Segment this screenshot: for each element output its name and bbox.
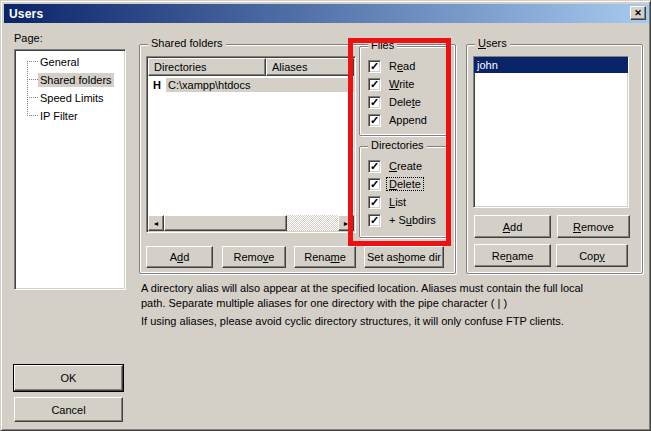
button-label: e <box>340 251 346 263</box>
button-label: R <box>573 221 581 233</box>
directories-permissions-group: Directories ✓ Create ✓ Delete ✓ List ✓ +… <box>359 146 449 238</box>
button-label: m <box>331 251 340 263</box>
tree-stub <box>27 79 38 80</box>
checkbox-checked-icon[interactable]: ✓ <box>368 96 381 109</box>
users-group-label: Users <box>475 37 510 49</box>
user-item-john[interactable]: john <box>474 57 628 73</box>
tree-stub <box>27 115 38 116</box>
tree-item-label: Speed Limits <box>38 91 106 105</box>
scroll-right-icon[interactable]: ► <box>338 215 354 231</box>
checkbox-label: List <box>387 196 408 208</box>
button-label: Rena <box>304 251 330 263</box>
tree-item-speed-limits[interactable]: Speed Limits <box>27 89 106 106</box>
alias-note-line-3: If using aliases, please avoid cyclic di… <box>141 315 564 327</box>
checkbox-label: Delete <box>387 96 423 108</box>
home-marker: H <box>153 79 161 91</box>
checkbox-checked-icon[interactable]: ✓ <box>368 60 381 73</box>
add-user-button[interactable]: Add <box>474 215 551 238</box>
tree-item-label: IP Filter <box>38 109 80 123</box>
column-header-aliases[interactable]: Aliases <box>266 58 354 76</box>
checkbox-row-write[interactable]: ✓ Write <box>368 77 416 91</box>
checkbox-label: Read <box>387 60 417 72</box>
checkbox-row-delete-file[interactable]: ✓ Delete <box>368 95 423 109</box>
checkbox-row-delete-dir[interactable]: ✓ Delete <box>368 177 423 191</box>
button-label: A <box>503 221 510 233</box>
scroll-left-icon[interactable]: ◄ <box>148 215 164 231</box>
tree-item-label: Shared folders <box>38 73 114 87</box>
button-label: e <box>268 251 274 263</box>
button-label: Remo <box>234 251 263 263</box>
files-permissions-group: Files ✓ Read ✓ Write ✓ Delete ✓ Append <box>359 46 449 136</box>
page-label: Page: <box>14 32 43 44</box>
checkbox-checked-icon[interactable]: ✓ <box>368 214 381 227</box>
checkbox-row-create[interactable]: ✓ Create <box>368 159 424 173</box>
tree-stub <box>27 61 38 62</box>
button-label: Re <box>492 250 506 262</box>
users-list: john <box>473 56 629 208</box>
checkbox-row-read[interactable]: ✓ Read <box>368 59 417 73</box>
checkbox-row-list[interactable]: ✓ List <box>368 195 408 209</box>
users-dialog: Users ✕ Page: General Shared folders Spe… <box>0 0 651 431</box>
cancel-button[interactable]: Cancel <box>14 397 123 422</box>
scrollbar-track[interactable] <box>287 215 338 231</box>
close-icon[interactable]: ✕ <box>630 6 646 20</box>
button-label: d <box>183 251 189 263</box>
rename-user-button[interactable]: Rename <box>474 244 551 267</box>
remove-user-button[interactable]: Remove <box>557 215 630 238</box>
button-label: ome dir <box>404 251 441 263</box>
checkbox-label: + Subdirs <box>387 214 438 226</box>
checkbox-label: Create <box>387 160 424 172</box>
page-tree: General Shared folders Speed Limits IP F… <box>14 49 126 290</box>
checkbox-row-subdirs[interactable]: ✓ + Subdirs <box>368 213 438 227</box>
copy-user-button[interactable]: Copy <box>556 244 628 267</box>
button-label: y <box>599 250 605 262</box>
checkbox-checked-icon[interactable]: ✓ <box>368 196 381 209</box>
remove-directory-button[interactable]: Remove <box>222 246 286 268</box>
button-label: A <box>170 251 177 263</box>
tree-stub <box>27 97 38 98</box>
listview-header: Directories Aliases <box>148 58 354 76</box>
tree-item-general[interactable]: General <box>27 53 81 70</box>
window-title: Users <box>9 7 43 21</box>
directories-listview: Directories Aliases H C:\xampp\htdocs ◄ … <box>146 56 356 233</box>
button-label: dd <box>510 221 522 233</box>
button-label: emove <box>581 221 614 233</box>
checkbox-label: Append <box>387 114 429 126</box>
checkbox-label: Write <box>387 78 416 90</box>
scrollbar-thumb[interactable] <box>164 215 287 231</box>
checkbox-label-focused: Delete <box>387 178 423 190</box>
tree-item-ip-filter[interactable]: IP Filter <box>27 107 80 124</box>
alias-note-line-2: path. Separate multiple aliases for one … <box>141 297 507 309</box>
checkbox-checked-icon[interactable]: ✓ <box>368 160 381 173</box>
checkbox-row-append[interactable]: ✓ Append <box>368 113 429 127</box>
add-directory-button[interactable]: Add <box>146 246 213 268</box>
alias-note-line-1: A directory alias will also appear at th… <box>141 282 583 294</box>
tree-item-shared-folders[interactable]: Shared folders <box>27 71 114 88</box>
shared-folders-group-label: Shared folders <box>148 37 226 49</box>
checkbox-checked-icon[interactable]: ✓ <box>368 178 381 191</box>
button-label: Cop <box>579 250 599 262</box>
set-as-home-dir-button[interactable]: Set as home dir <box>364 246 444 268</box>
directories-group-label: Directories <box>368 139 427 151</box>
directory-row[interactable]: H C:\xampp\htdocs <box>148 77 354 93</box>
button-label: Set as <box>367 251 398 263</box>
titlebar[interactable]: Users ✕ <box>4 4 649 23</box>
horizontal-scrollbar[interactable]: ◄ ► <box>148 215 354 231</box>
checkbox-checked-icon[interactable]: ✓ <box>368 78 381 91</box>
checkbox-checked-icon[interactable]: ✓ <box>368 114 381 127</box>
column-header-directories[interactable]: Directories <box>148 58 266 76</box>
tree-item-label: General <box>38 55 81 69</box>
ok-button[interactable]: OK <box>14 365 123 391</box>
files-group-label: Files <box>368 39 397 51</box>
button-label: ame <box>512 250 533 262</box>
directory-path: C:\xampp\htdocs <box>166 78 354 92</box>
rename-directory-button[interactable]: Rename <box>294 246 356 268</box>
